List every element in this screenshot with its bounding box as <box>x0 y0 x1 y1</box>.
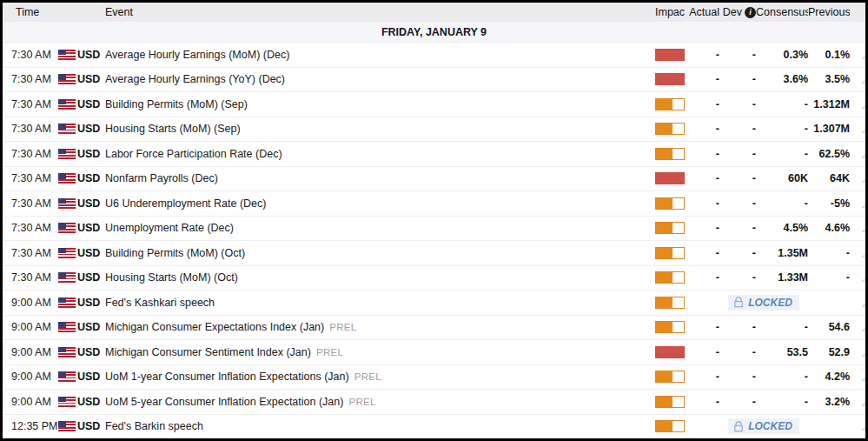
row-edge-clipped-icon <box>850 75 865 84</box>
clipped-icon-shape <box>861 273 865 282</box>
event-row[interactable]: 7:30 AM USD Nonfarm Payrolls (Dec) - - L… <box>3 167 865 192</box>
event-time: 9:00 AM <box>3 321 58 333</box>
currency-code: USD <box>77 297 105 309</box>
impact-indicator <box>643 123 685 135</box>
event-row[interactable]: 9:00 AM USD Fed's Kashkari speech LOCKED <box>3 291 865 316</box>
event-row[interactable]: 9:00 AM USD Michigan Consumer Sentiment … <box>3 340 865 365</box>
event-row[interactable]: 7:30 AM USD Building Permits (MoM) (Sep)… <box>3 92 865 117</box>
actual-value: - <box>685 49 719 61</box>
event-row[interactable]: 7:30 AM USD Unemployment Rate (Dec) - - … <box>3 217 865 242</box>
event-name: Average Hourly Earnings (MoM) (Dec) <box>105 49 289 61</box>
us-flag-icon <box>58 50 77 60</box>
row-edge-clipped-icon <box>850 398 865 406</box>
currency-code: USD <box>77 73 105 85</box>
event-row[interactable]: 7:30 AM USD Building Permits (MoM) (Oct)… <box>3 241 865 266</box>
currency-code: USD <box>77 247 105 259</box>
event-row[interactable]: 9:00 AM USD UoM 5-year Consumer Inflatio… <box>3 390 865 415</box>
clipped-icon-shape <box>861 422 865 431</box>
deviation-value: - <box>719 222 756 234</box>
event-time: 7:30 AM <box>3 172 58 184</box>
row-edge-clipped-icon <box>850 224 865 232</box>
deviation-value: - <box>719 49 756 61</box>
deviation-value: - <box>719 371 756 383</box>
event-name: UoM 1-year Consumer Inflation Expectatio… <box>105 371 349 383</box>
lock-icon <box>733 297 744 308</box>
row-edge-clipped-icon <box>850 150 865 158</box>
impact-indicator <box>643 396 685 408</box>
event-row[interactable]: 9:00 AM USD UoM 1-year Consumer Inflatio… <box>3 365 865 391</box>
consensus-value: 3.6% <box>756 73 808 85</box>
event-cell: Building Permits (MoM) (Sep) <box>105 98 643 110</box>
event-name: Unemployment Rate (Dec) <box>105 222 234 234</box>
row-edge-clipped-icon <box>850 50 865 59</box>
consensus-value: 0.3% <box>756 49 808 61</box>
impact-indicator <box>643 371 685 383</box>
locked-label: LOCKED <box>748 297 792 309</box>
locked-label: LOCKED <box>748 420 792 432</box>
event-cell: UoM 1-year Consumer Inflation Expectatio… <box>105 371 643 383</box>
actual-value: - <box>685 172 719 184</box>
event-row[interactable]: 7:30 AM USD U6 Underemployment Rate (Dec… <box>3 191 865 217</box>
previous-value: 52.9 <box>808 346 850 358</box>
deviation-value: - <box>719 247 756 259</box>
actual-value: - <box>685 271 719 284</box>
event-row[interactable]: 7:30 AM USD Average Hourly Earnings (YoY… <box>3 68 865 93</box>
clipped-icon-shape <box>861 100 865 109</box>
event-row[interactable]: 7:30 AM USD Labor Force Participation Ra… <box>3 142 865 167</box>
column-header-event: Event <box>105 6 643 18</box>
event-cell: Fed's Barkin speech <box>105 420 643 432</box>
event-name: Labor Force Participation Rate (Dec) <box>105 148 282 160</box>
prel-tag: PREL <box>316 347 343 357</box>
deviation-value: - <box>719 123 756 135</box>
event-row[interactable]: 7:30 AM USD Average Hourly Earnings (MoM… <box>3 43 865 68</box>
clipped-icon-shape <box>861 224 865 232</box>
dev-info-icon[interactable]: i <box>745 7 756 18</box>
event-time: 7:30 AM <box>3 271 58 284</box>
us-flag-icon <box>58 173 77 184</box>
event-name: Building Permits (MoM) (Sep) <box>105 98 248 110</box>
us-flag-icon <box>58 272 77 283</box>
column-header-actual: Actual <box>685 6 719 18</box>
row-edge-clipped-icon <box>850 100 865 109</box>
consensus-value: - <box>756 197 808 210</box>
event-time: 7:30 AM <box>3 98 58 110</box>
us-flag-icon <box>58 198 77 209</box>
event-cell: Average Hourly Earnings (YoY) (Dec) <box>105 73 643 85</box>
actual-value: - <box>685 197 719 210</box>
currency-code: USD <box>77 346 105 358</box>
dev-label: Dev <box>723 6 742 18</box>
us-flag-icon <box>58 99 77 110</box>
clipped-icon-shape <box>861 150 865 158</box>
event-row[interactable]: 7:30 AM USD Housing Starts (MoM) (Sep) -… <box>3 117 865 143</box>
clipped-icon-shape <box>861 174 865 183</box>
us-flag-icon <box>58 421 77 431</box>
previous-value: 3.2% <box>808 396 850 408</box>
previous-value: 4.6% <box>808 222 850 234</box>
actual-value: - <box>685 247 719 259</box>
column-header-row: Time Event Impact Actual Dev i Consensus… <box>3 3 865 22</box>
column-header-dev: Dev i <box>719 6 756 18</box>
event-cell: Nonfarm Payrolls (Dec) <box>105 172 643 184</box>
event-cell: Average Hourly Earnings (MoM) (Dec) <box>105 49 643 61</box>
rows: 7:30 AM USD Average Hourly Earnings (MoM… <box>3 43 865 438</box>
clipped-icon-shape <box>861 75 865 84</box>
event-row[interactable]: 9:00 AM USD Michigan Consumer Expectatio… <box>3 316 865 341</box>
previous-value: 0.1% <box>808 49 850 61</box>
previous-value: 54.6 <box>808 321 850 333</box>
actual-value: - <box>685 73 719 85</box>
us-flag-icon <box>58 248 77 258</box>
deviation-value: - <box>719 73 756 85</box>
event-cell: Fed's Kashkari speech <box>105 297 643 309</box>
currency-code: USD <box>77 123 105 135</box>
actual-value: - <box>685 123 719 135</box>
event-cell: Unemployment Rate (Dec) <box>105 222 643 234</box>
event-time: 9:00 AM <box>3 297 58 309</box>
event-name: Building Permits (MoM) (Oct) <box>105 247 245 259</box>
event-row[interactable]: 7:30 AM USD Housing Starts (MoM) (Oct) -… <box>3 266 865 291</box>
actual-value: - <box>685 396 719 408</box>
currency-code: USD <box>77 222 105 234</box>
us-flag-icon <box>58 297 77 308</box>
consensus-value: - <box>756 396 808 408</box>
event-row[interactable]: 12:35 PM USD Fed's Barkin speech LOCKED <box>3 415 865 439</box>
prel-tag: PREL <box>354 371 381 382</box>
